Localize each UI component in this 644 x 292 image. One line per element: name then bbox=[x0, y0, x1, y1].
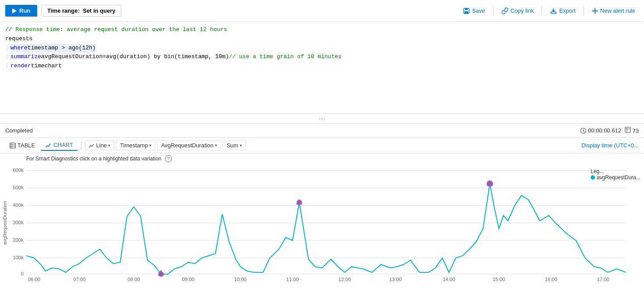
play-icon bbox=[12, 8, 17, 14]
save-label: Save bbox=[472, 7, 485, 14]
svg-text:17:00: 17:00 bbox=[597, 277, 609, 282]
code-line-2: requests bbox=[5, 35, 639, 44]
avgrequestduration-dropdown[interactable]: AvgRequestDuration ▾ bbox=[157, 140, 221, 150]
chart-toolbar: TABLE CHART Line ▾ Timestamp ▾ AvgReques… bbox=[0, 138, 644, 153]
code-comment-1: // Response time: average request durati… bbox=[5, 25, 227, 35]
svg-text:10:00: 10:00 bbox=[234, 277, 246, 282]
code-pipe-5: | bbox=[5, 62, 9, 71]
timestamp-label: Timestamp bbox=[120, 142, 148, 149]
line-dropdown[interactable]: Line ▾ bbox=[85, 140, 115, 150]
code-pipe-4: | bbox=[5, 52, 9, 62]
run-label: Run bbox=[19, 7, 30, 14]
svg-rect-3 bbox=[551, 12, 556, 14]
status-rows: 73 bbox=[625, 127, 639, 134]
data-point-2 bbox=[297, 200, 302, 205]
rows-value: 73 bbox=[633, 128, 639, 134]
clock-icon bbox=[580, 128, 586, 134]
plus-icon bbox=[592, 8, 598, 14]
export-icon bbox=[550, 7, 557, 14]
status-completed: Completed bbox=[5, 127, 33, 134]
resize-handle[interactable]: ··· bbox=[0, 114, 644, 124]
legend-series: avgRequestDura... bbox=[597, 174, 640, 181]
time-range-value: Set in query bbox=[83, 7, 115, 14]
code-kw-where: where bbox=[10, 44, 28, 53]
chart-tab-label: CHART bbox=[53, 142, 73, 148]
code-line-5: | render timechart bbox=[5, 62, 639, 71]
code-kw-summarize: summarize bbox=[10, 52, 41, 62]
svg-text:300k: 300k bbox=[13, 220, 24, 225]
line-label: Line bbox=[96, 142, 107, 149]
chevron-line: ▾ bbox=[108, 143, 110, 148]
data-point-1 bbox=[158, 271, 164, 277]
code-line-1: // Response time: average request durati… bbox=[5, 25, 639, 35]
svg-text:11:00: 11:00 bbox=[286, 277, 298, 282]
timestamp-dropdown[interactable]: Timestamp ▾ bbox=[116, 140, 155, 150]
svg-text:12:00: 12:00 bbox=[339, 277, 351, 282]
legend-area: Leg... avgRequestDura... bbox=[591, 168, 640, 181]
chart-line bbox=[26, 184, 626, 274]
chart-container: 600k 500k 400k 300k 200k 100k 0 avgReque… bbox=[0, 164, 644, 292]
status-bar: Completed 00:00:00.612 73 bbox=[0, 124, 644, 138]
code-where-rest: timestamp > ago(12h) bbox=[28, 44, 96, 53]
copy-link-button[interactable]: Copy link bbox=[498, 6, 537, 16]
table-icon bbox=[10, 143, 16, 149]
line-chart-svg: 600k 500k 400k 300k 200k 100k 0 avgReque… bbox=[0, 164, 644, 282]
svg-text:200k: 200k bbox=[13, 237, 24, 243]
svg-text:400k: 400k bbox=[13, 202, 24, 208]
run-button[interactable]: Run bbox=[5, 5, 37, 17]
bottom-area: For Smart Diagnostics click on a highlig… bbox=[0, 153, 644, 292]
code-comment-inline: // use a time grain of 10 minutes bbox=[229, 52, 341, 62]
save-icon bbox=[463, 7, 470, 14]
status-time: 00:00:00.612 bbox=[580, 127, 621, 134]
chevron-avg: ▾ bbox=[215, 143, 217, 148]
copy-link-label: Copy link bbox=[511, 7, 534, 14]
new-alert-label: New alert rule bbox=[600, 7, 635, 14]
smart-diag-text: For Smart Diagnostics click on a highlig… bbox=[26, 156, 161, 162]
table-icon-small bbox=[625, 127, 631, 133]
chart-icon bbox=[46, 142, 52, 148]
svg-text:06:00: 06:00 bbox=[28, 277, 40, 282]
code-pipe-3: | bbox=[5, 44, 9, 53]
svg-text:08:00: 08:00 bbox=[128, 277, 140, 282]
time-value: 00:00:00.612 bbox=[588, 127, 621, 134]
code-render-rest: timechart bbox=[31, 62, 62, 71]
line-chart-icon bbox=[89, 143, 95, 148]
svg-rect-6 bbox=[10, 143, 15, 148]
svg-rect-5 bbox=[625, 127, 630, 132]
svg-rect-2 bbox=[465, 11, 468, 14]
legend-item: avgRequestDura... bbox=[591, 174, 640, 181]
sum-dropdown[interactable]: Sum ▾ bbox=[223, 140, 246, 150]
code-line-3: | where timestamp > ago(12h) bbox=[5, 44, 639, 53]
svg-text:14:00: 14:00 bbox=[443, 277, 455, 282]
code-summarize-rest: avgRequestDuration=avg(duration) by bin(… bbox=[41, 52, 229, 62]
help-icon[interactable]: ? bbox=[165, 155, 172, 162]
sum-label: Sum bbox=[227, 142, 238, 149]
time-range-prefix: Time range: bbox=[47, 7, 79, 14]
legend-dot bbox=[591, 175, 595, 180]
svg-text:100k: 100k bbox=[13, 255, 24, 260]
time-range-button[interactable]: Time range: Set in query bbox=[42, 5, 121, 17]
svg-text:09:00: 09:00 bbox=[182, 277, 194, 282]
legend-title: Leg... bbox=[591, 168, 640, 174]
svg-text:600k: 600k bbox=[13, 167, 24, 173]
code-plain-requests: requests bbox=[5, 35, 32, 44]
new-alert-button[interactable]: New alert rule bbox=[588, 6, 639, 16]
save-button[interactable]: Save bbox=[459, 6, 489, 16]
avgrequestduration-label: AvgRequestDuration bbox=[161, 142, 214, 149]
svg-rect-1 bbox=[465, 8, 468, 10]
export-button[interactable]: Export bbox=[546, 6, 579, 16]
toolbar: Run Time range: Set in query Save Copy l… bbox=[0, 0, 644, 22]
smart-diag-bar: For Smart Diagnostics click on a highlig… bbox=[0, 153, 644, 164]
svg-text:500k: 500k bbox=[13, 185, 24, 190]
svg-text:15:00: 15:00 bbox=[493, 277, 505, 282]
chevron-sum: ▾ bbox=[240, 143, 242, 148]
svg-text:07:00: 07:00 bbox=[73, 277, 85, 282]
chart-tab[interactable]: CHART bbox=[41, 140, 77, 151]
chevron-timestamp: ▾ bbox=[149, 143, 151, 148]
svg-text:avgRequestDuration: avgRequestDuration bbox=[2, 201, 7, 245]
code-editor[interactable]: // Response time: average request durati… bbox=[0, 22, 644, 114]
code-kw-render: render bbox=[10, 62, 31, 71]
display-time: Display time (UTC+0... bbox=[581, 142, 639, 149]
svg-text:0: 0 bbox=[21, 271, 24, 276]
table-tab[interactable]: TABLE bbox=[5, 140, 39, 150]
